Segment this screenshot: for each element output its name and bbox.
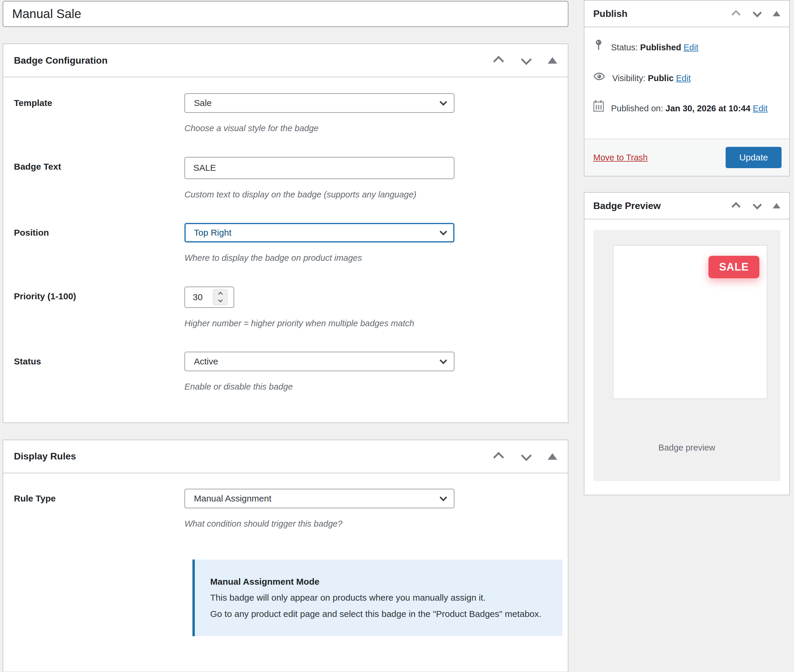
position-select[interactable]: Top Right xyxy=(184,223,455,242)
move-down-icon[interactable] xyxy=(752,8,762,18)
position-row: Position Top Right Where to display the … xyxy=(14,223,557,264)
position-field: Top Right Where to display the badge on … xyxy=(184,223,455,264)
priority-field: Higher number = higher priority when mul… xyxy=(184,286,414,330)
publish-body: Status: Published Edit Visibility: Publi… xyxy=(584,27,789,139)
priority-label: Priority (1-100) xyxy=(14,286,184,306)
badge-preview-metabox: Badge Preview SALE Badge preview xyxy=(584,192,790,495)
display-rules-body: Rule Type Manual Assignment What conditi… xyxy=(3,474,568,672)
position-label: Position xyxy=(14,223,184,242)
move-up-icon[interactable] xyxy=(493,56,504,67)
published-on-label: Published on: xyxy=(611,104,663,113)
visibility-misc-row: Visibility: Public Edit xyxy=(593,71,780,86)
move-down-icon[interactable] xyxy=(521,450,532,461)
metabox-handle-actions xyxy=(733,203,780,209)
status-misc-label: Status: xyxy=(611,43,638,52)
chevron-down-icon xyxy=(440,228,447,235)
visibility-misc-value: Public xyxy=(648,74,674,83)
calendar-icon xyxy=(593,100,604,117)
stepper-down-icon[interactable] xyxy=(218,298,223,302)
move-down-icon[interactable] xyxy=(521,54,532,65)
status-field: Active Enable or disable this badge xyxy=(184,352,455,393)
badge-configuration-title: Badge Configuration xyxy=(14,55,107,66)
badge-preview-title: Badge Preview xyxy=(593,200,661,211)
visibility-edit-link[interactable]: Edit xyxy=(676,74,691,83)
badge-text-label: Badge Text xyxy=(14,157,184,176)
publish-footer: Move to Trash Update xyxy=(584,139,789,176)
badge-configuration-body: Template Sale Choose a visual style for … xyxy=(3,77,568,422)
stepper-up-icon[interactable] xyxy=(218,292,223,297)
info-box-line2: Go to any product edit page and select t… xyxy=(210,606,547,622)
display-rules-title: Display Rules xyxy=(14,451,76,462)
info-box-line1: This badge will only appear on products … xyxy=(210,590,547,606)
publish-title: Publish xyxy=(593,8,628,19)
badge-configuration-header: Badge Configuration xyxy=(3,44,568,77)
badge-text-help: Custom text to display on the badge (sup… xyxy=(184,189,455,201)
pushpin-icon xyxy=(593,39,604,56)
status-select-value: Active xyxy=(194,357,218,366)
template-select-value: Sale xyxy=(194,98,212,108)
post-title-input[interactable] xyxy=(3,1,568,27)
badge-text-row: Badge Text Custom text to display on the… xyxy=(14,157,557,201)
product-image-placeholder: SALE xyxy=(613,245,767,399)
published-on-value: Jan 30, 2026 at 10:44 xyxy=(666,104,751,113)
template-select[interactable]: Sale xyxy=(184,93,455,113)
metabox-handle-actions xyxy=(496,56,557,64)
status-select[interactable]: Active xyxy=(184,352,455,371)
move-up-icon[interactable] xyxy=(732,202,741,211)
rule-type-select-value: Manual Assignment xyxy=(194,493,272,504)
template-row: Template Sale Choose a visual style for … xyxy=(14,93,557,134)
priority-number-wrap xyxy=(184,286,234,308)
sale-badge: SALE xyxy=(708,256,759,278)
visibility-misc-label: Visibility: xyxy=(612,74,645,83)
priority-stepper[interactable] xyxy=(213,289,228,305)
publish-header: Publish xyxy=(584,1,789,27)
priority-row: Priority (1-100) Higher number = higher … xyxy=(14,286,557,330)
priority-input[interactable] xyxy=(185,287,213,307)
display-rules-metabox: Display Rules Rule Type Manual Assignmen… xyxy=(3,440,568,672)
badge-preview-header: Badge Preview xyxy=(584,193,789,219)
info-box-title: Manual Assignment Mode xyxy=(210,574,547,590)
chevron-down-icon xyxy=(440,494,447,501)
template-help: Choose a visual style for the badge xyxy=(184,122,455,134)
move-down-icon[interactable] xyxy=(752,200,762,210)
rule-type-label: Rule Type xyxy=(14,489,184,508)
status-edit-link[interactable]: Edit xyxy=(684,43,698,52)
status-label: Status xyxy=(14,352,184,371)
published-on-edit-link[interactable]: Edit xyxy=(753,104,768,113)
position-select-value: Top Right xyxy=(194,228,232,238)
rule-type-row: Rule Type Manual Assignment What conditi… xyxy=(14,489,557,530)
status-row: Status Active Enable or disable this bad… xyxy=(14,352,557,393)
update-button[interactable]: Update xyxy=(726,147,781,168)
eye-icon xyxy=(593,70,605,86)
badge-preview-caption: Badge preview xyxy=(593,443,780,453)
chevron-down-icon xyxy=(440,98,447,106)
sidebar: Publish Status: Published Edit Visibilit… xyxy=(584,0,790,495)
badge-configuration-metabox: Badge Configuration Template Sale Choose… xyxy=(3,43,568,423)
rule-type-select[interactable]: Manual Assignment xyxy=(184,489,455,508)
template-field: Sale Choose a visual style for the badge xyxy=(184,93,455,134)
metabox-handle-actions xyxy=(733,10,780,17)
move-to-trash-link[interactable]: Move to Trash xyxy=(593,153,648,163)
metabox-handle-actions xyxy=(496,453,557,460)
collapse-toggle-icon[interactable] xyxy=(548,57,557,64)
rule-type-help: What condition should trigger this badge… xyxy=(184,518,455,530)
manual-assignment-info-box: Manual Assignment Mode This badge will o… xyxy=(192,560,562,637)
template-label: Template xyxy=(14,93,184,113)
move-up-icon[interactable] xyxy=(493,452,504,463)
status-misc-row: Status: Published Edit xyxy=(593,40,780,56)
status-misc-value: Published xyxy=(640,43,681,52)
main-column: Badge Configuration Template Sale Choose… xyxy=(3,1,568,672)
badge-text-input[interactable] xyxy=(184,157,455,179)
published-on-misc-row: Published on: Jan 30, 2026 at 10:44 Edit xyxy=(593,101,780,118)
collapse-toggle-icon[interactable] xyxy=(773,11,780,16)
status-help: Enable or disable this badge xyxy=(184,381,455,393)
collapse-toggle-icon[interactable] xyxy=(773,203,780,208)
move-up-icon[interactable] xyxy=(732,10,741,19)
publish-metabox: Publish Status: Published Edit Visibilit… xyxy=(584,0,790,176)
position-help: Where to display the badge on product im… xyxy=(184,252,455,264)
chevron-down-icon xyxy=(440,357,447,364)
priority-help: Higher number = higher priority when mul… xyxy=(184,317,414,330)
badge-preview-body: SALE Badge preview xyxy=(584,219,789,495)
badge-preview-area: SALE Badge preview xyxy=(593,230,780,481)
collapse-toggle-icon[interactable] xyxy=(548,453,557,460)
